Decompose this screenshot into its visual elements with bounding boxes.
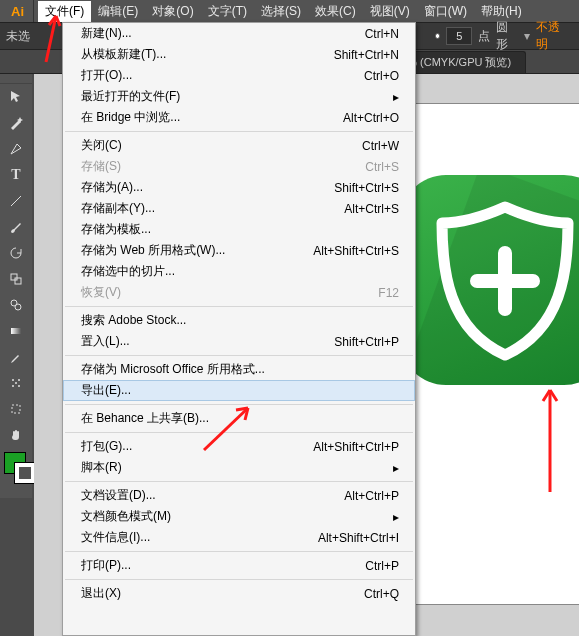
- pen-tool[interactable]: [0, 136, 32, 162]
- menu-item[interactable]: 存储选中的切片...: [63, 261, 415, 282]
- gradient-tool[interactable]: [0, 318, 32, 344]
- file-menu-dropdown: 新建(N)...Ctrl+N从模板新建(T)...Shift+Ctrl+N打开(…: [62, 22, 416, 636]
- menu-效果[interactable]: 效果(C): [308, 1, 363, 22]
- menu-窗口[interactable]: 窗口(W): [417, 1, 474, 22]
- menu-separator: [65, 404, 413, 405]
- menu-item-label: 退出(X): [81, 585, 364, 602]
- menubar: Ai 文件(F)编辑(E)对象(O)文字(T)选择(S)效果(C)视图(V)窗口…: [0, 0, 579, 22]
- brush-tool[interactable]: [0, 214, 32, 240]
- menu-item[interactable]: 关闭(C)Ctrl+W: [63, 135, 415, 156]
- menu-item-label: 存储为 Web 所用格式(W)...: [81, 242, 313, 259]
- svg-rect-5: [11, 328, 21, 334]
- brush-shape-label[interactable]: 圆形: [496, 19, 518, 53]
- menu-item[interactable]: 打印(P)...Ctrl+P: [63, 555, 415, 576]
- menu-选择[interactable]: 选择(S): [254, 1, 308, 22]
- submenu-arrow-icon: ▸: [393, 510, 399, 524]
- move-tool[interactable]: [0, 84, 32, 110]
- menu-item[interactable]: 打包(G)...Alt+Shift+Ctrl+P: [63, 436, 415, 457]
- menu-item-label: 在 Bridge 中浏览...: [81, 109, 343, 126]
- svg-rect-1: [15, 278, 21, 284]
- menu-item-label: 关闭(C): [81, 137, 362, 154]
- rotate-tool[interactable]: [0, 240, 32, 266]
- menu-视图[interactable]: 视图(V): [363, 1, 417, 22]
- color-swatches[interactable]: [0, 448, 32, 498]
- menu-item-label: 脚本(R): [81, 459, 393, 476]
- menu-文件[interactable]: 文件(F): [38, 1, 91, 22]
- menu-item-label: 在 Behance 上共享(B)...: [81, 410, 399, 427]
- svg-point-8: [12, 385, 14, 387]
- tools-grip: [0, 74, 32, 84]
- pt-unit-label: 点: [478, 28, 490, 45]
- svg-point-7: [18, 379, 20, 381]
- menu-item-label: 打开(O)...: [81, 67, 364, 84]
- menu-item-label: 置入(L)...: [81, 333, 334, 350]
- eyedropper-tool[interactable]: [0, 344, 32, 370]
- tools-panel: T: [0, 74, 32, 498]
- symbol-sprayer-tool[interactable]: [0, 370, 32, 396]
- menu-item[interactable]: 打开(O)...Ctrl+O: [63, 65, 415, 86]
- app-logo: Ai: [2, 0, 34, 22]
- submenu-arrow-icon: ▸: [393, 461, 399, 475]
- svg-point-10: [15, 382, 17, 384]
- magic-wand-tool[interactable]: [0, 110, 32, 136]
- menu-item[interactable]: 置入(L)...Shift+Ctrl+P: [63, 331, 415, 352]
- menu-item[interactable]: 存储副本(Y)...Alt+Ctrl+S: [63, 198, 415, 219]
- stroke-color-swatch[interactable]: [14, 462, 36, 484]
- menu-item-shortcut: Ctrl+W: [362, 139, 399, 153]
- menu-item[interactable]: 在 Behance 上共享(B)...: [63, 408, 415, 429]
- menu-item[interactable]: 文档设置(D)...Alt+Ctrl+P: [63, 485, 415, 506]
- menu-item[interactable]: 导出(E)...: [63, 380, 415, 401]
- menu-separator: [65, 481, 413, 482]
- menu-separator: [65, 551, 413, 552]
- menu-item[interactable]: 存储为 Web 所用格式(W)...Alt+Shift+Ctrl+S: [63, 240, 415, 261]
- menu-对象[interactable]: 对象(O): [145, 1, 200, 22]
- line-tool[interactable]: [0, 188, 32, 214]
- menu-item[interactable]: 搜索 Adobe Stock...: [63, 310, 415, 331]
- svg-point-6: [12, 379, 14, 381]
- menu-item-label: 存储为 Microsoft Office 所用格式...: [81, 361, 399, 378]
- menu-item-shortcut: Ctrl+P: [365, 559, 399, 573]
- hand-tool[interactable]: [0, 422, 32, 448]
- menu-编辑[interactable]: 编辑(E): [91, 1, 145, 22]
- menu-item-label: 打包(G)...: [81, 438, 313, 455]
- menu-item-shortcut: Alt+Ctrl+S: [344, 202, 399, 216]
- submenu-arrow-icon: ▸: [393, 90, 399, 104]
- menu-item-shortcut: Alt+Shift+Ctrl+I: [318, 531, 399, 545]
- menu-separator: [65, 579, 413, 580]
- type-tool[interactable]: T: [0, 162, 32, 188]
- menu-文字[interactable]: 文字(T): [201, 1, 254, 22]
- menu-item-shortcut: Ctrl+O: [364, 69, 399, 83]
- svg-rect-11: [12, 405, 20, 413]
- menu-item[interactable]: 存储为模板...: [63, 219, 415, 240]
- menu-item-label: 导出(E)...: [81, 382, 399, 399]
- svg-point-4: [15, 304, 21, 310]
- menu-item-shortcut: Alt+Shift+Ctrl+S: [313, 244, 399, 258]
- menu-item-label: 新建(N)...: [81, 25, 365, 42]
- menu-item[interactable]: 存储为(A)...Shift+Ctrl+S: [63, 177, 415, 198]
- menu-item-label: 存储副本(Y)...: [81, 200, 344, 217]
- menu-item[interactable]: 文件信息(I)...Alt+Shift+Ctrl+I: [63, 527, 415, 548]
- menu-item-shortcut: Alt+Ctrl+P: [344, 489, 399, 503]
- stroke-size-input[interactable]: [446, 27, 472, 45]
- menu-item[interactable]: 存储为 Microsoft Office 所用格式...: [63, 359, 415, 380]
- menu-item[interactable]: 最近打开的文件(F)▸: [63, 86, 415, 107]
- menu-item: 存储(S)Ctrl+S: [63, 156, 415, 177]
- menu-item-label: 存储为模板...: [81, 221, 399, 238]
- menu-separator: [65, 306, 413, 307]
- scale-tool[interactable]: [0, 266, 32, 292]
- no-selection-label: 未选: [6, 28, 43, 45]
- menu-item[interactable]: 脚本(R)▸: [63, 457, 415, 478]
- menu-item[interactable]: 从模板新建(T)...Shift+Ctrl+N: [63, 44, 415, 65]
- shape-builder-tool[interactable]: [0, 292, 32, 318]
- menu-item-label: 存储为(A)...: [81, 179, 334, 196]
- opacity-label: 不透明: [536, 19, 573, 53]
- menu-item-shortcut: Alt+Ctrl+O: [343, 111, 399, 125]
- menu-item[interactable]: 新建(N)...Ctrl+N: [63, 23, 415, 44]
- menu-item[interactable]: 在 Bridge 中浏览...Alt+Ctrl+O: [63, 107, 415, 128]
- menu-item[interactable]: 退出(X)Ctrl+Q: [63, 583, 415, 604]
- menu-item-label: 从模板新建(T)...: [81, 46, 334, 63]
- menu-item[interactable]: 文档颜色模式(M)▸: [63, 506, 415, 527]
- dropdown-caret-icon[interactable]: ▾: [524, 29, 530, 43]
- menu-item-label: 搜索 Adobe Stock...: [81, 312, 399, 329]
- artboard-tool[interactable]: [0, 396, 32, 422]
